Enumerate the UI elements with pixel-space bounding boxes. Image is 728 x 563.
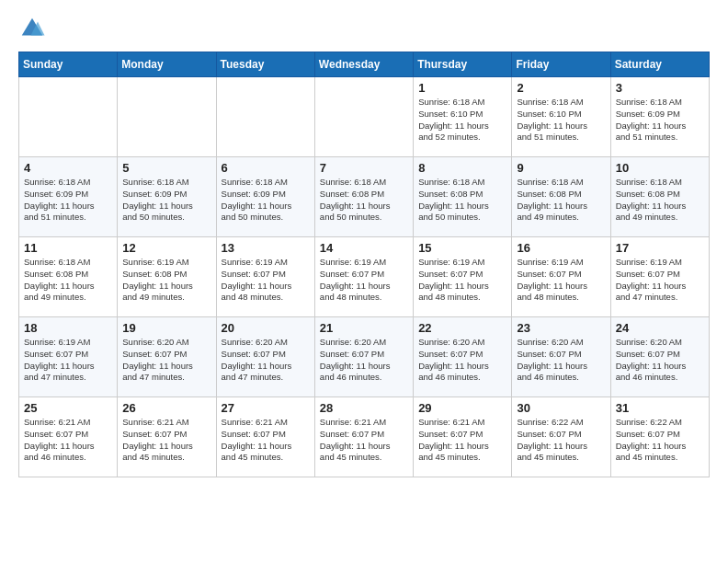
cell-content: 6Sunrise: 6:18 AM Sunset: 6:09 PM Daylig… [222,161,310,233]
day-number: 13 [222,241,310,255]
week-row-3: 11Sunrise: 6:18 AM Sunset: 6:08 PM Dayli… [19,237,710,317]
weekday-saturday: Saturday [610,52,709,77]
cell-content: 23Sunrise: 6:20 AM Sunset: 6:07 PM Dayli… [517,321,605,393]
day-number: 11 [24,241,112,255]
day-info: Sunrise: 6:20 AM Sunset: 6:07 PM Dayligh… [616,337,704,384]
cell-content: 3Sunrise: 6:18 AM Sunset: 6:09 PM Daylig… [616,81,704,153]
cell-content: 13Sunrise: 6:19 AM Sunset: 6:07 PM Dayli… [222,241,310,313]
calendar-cell: 6Sunrise: 6:18 AM Sunset: 6:09 PM Daylig… [216,157,314,237]
calendar-cell: 10Sunrise: 6:18 AM Sunset: 6:08 PM Dayli… [610,157,709,237]
calendar-cell: 11Sunrise: 6:18 AM Sunset: 6:08 PM Dayli… [19,237,118,317]
day-number: 14 [320,241,408,255]
day-number: 10 [616,161,704,175]
cell-content: 26Sunrise: 6:21 AM Sunset: 6:07 PM Dayli… [122,401,210,473]
calendar-cell: 22Sunrise: 6:20 AM Sunset: 6:07 PM Dayli… [414,317,512,397]
weekday-friday: Friday [512,52,610,77]
cell-content: 18Sunrise: 6:19 AM Sunset: 6:07 PM Dayli… [24,321,112,393]
calendar-cell: 30Sunrise: 6:22 AM Sunset: 6:07 PM Dayli… [512,397,610,477]
cell-content: 31Sunrise: 6:22 AM Sunset: 6:07 PM Dayli… [616,401,704,473]
logo-icon [18,15,46,42]
cell-content: 14Sunrise: 6:19 AM Sunset: 6:07 PM Dayli… [320,241,408,313]
day-info: Sunrise: 6:19 AM Sunset: 6:07 PM Dayligh… [320,257,408,304]
calendar-cell: 16Sunrise: 6:19 AM Sunset: 6:07 PM Dayli… [512,237,610,317]
weekday-wednesday: Wednesday [314,52,413,77]
week-row-2: 4Sunrise: 6:18 AM Sunset: 6:09 PM Daylig… [19,157,710,237]
weekday-sunday: Sunday [19,52,118,77]
calendar-cell: 29Sunrise: 6:21 AM Sunset: 6:07 PM Dayli… [414,397,512,477]
day-number: 2 [517,81,605,95]
weekday-monday: Monday [118,52,216,77]
calendar-cell: 8Sunrise: 6:18 AM Sunset: 6:08 PM Daylig… [414,157,512,237]
day-info: Sunrise: 6:20 AM Sunset: 6:07 PM Dayligh… [320,337,408,384]
day-number: 3 [616,81,704,95]
day-info: Sunrise: 6:18 AM Sunset: 6:08 PM Dayligh… [24,257,112,304]
cell-content: 15Sunrise: 6:19 AM Sunset: 6:07 PM Dayli… [418,241,506,313]
calendar-cell: 19Sunrise: 6:20 AM Sunset: 6:07 PM Dayli… [118,317,216,397]
weekday-thursday: Thursday [414,52,512,77]
header [18,15,710,42]
calendar-cell: 31Sunrise: 6:22 AM Sunset: 6:07 PM Dayli… [610,397,709,477]
logo [18,15,50,42]
day-number: 25 [24,401,112,415]
day-number: 21 [320,321,408,335]
week-row-1: 1Sunrise: 6:18 AM Sunset: 6:10 PM Daylig… [19,77,710,157]
day-info: Sunrise: 6:18 AM Sunset: 6:09 PM Dayligh… [222,177,310,224]
calendar-cell: 24Sunrise: 6:20 AM Sunset: 6:07 PM Dayli… [610,317,709,397]
weekday-header-row: SundayMondayTuesdayWednesdayThursdayFrid… [19,52,710,77]
day-number: 15 [418,241,506,255]
calendar-cell: 20Sunrise: 6:20 AM Sunset: 6:07 PM Dayli… [216,317,314,397]
calendar-cell: 26Sunrise: 6:21 AM Sunset: 6:07 PM Dayli… [118,397,216,477]
cell-content: 19Sunrise: 6:20 AM Sunset: 6:07 PM Dayli… [122,321,210,393]
day-number: 5 [122,161,210,175]
cell-content: 28Sunrise: 6:21 AM Sunset: 6:07 PM Dayli… [320,401,408,473]
cell-content: 22Sunrise: 6:20 AM Sunset: 6:07 PM Dayli… [418,321,506,393]
day-number: 17 [616,241,704,255]
day-number: 23 [517,321,605,335]
calendar-cell: 17Sunrise: 6:19 AM Sunset: 6:07 PM Dayli… [610,237,709,317]
cell-content: 30Sunrise: 6:22 AM Sunset: 6:07 PM Dayli… [517,401,605,473]
day-number: 22 [418,321,506,335]
cell-content: 1Sunrise: 6:18 AM Sunset: 6:10 PM Daylig… [418,81,506,153]
day-info: Sunrise: 6:18 AM Sunset: 6:08 PM Dayligh… [616,177,704,224]
calendar-cell [216,77,314,157]
calendar-cell [314,77,413,157]
day-info: Sunrise: 6:19 AM Sunset: 6:07 PM Dayligh… [616,257,704,304]
cell-content: 21Sunrise: 6:20 AM Sunset: 6:07 PM Dayli… [320,321,408,393]
day-info: Sunrise: 6:20 AM Sunset: 6:07 PM Dayligh… [517,337,605,384]
calendar-cell: 4Sunrise: 6:18 AM Sunset: 6:09 PM Daylig… [19,157,118,237]
day-number: 1 [418,81,506,95]
calendar-cell: 28Sunrise: 6:21 AM Sunset: 6:07 PM Dayli… [314,397,413,477]
day-info: Sunrise: 6:20 AM Sunset: 6:07 PM Dayligh… [222,337,310,384]
cell-content: 4Sunrise: 6:18 AM Sunset: 6:09 PM Daylig… [24,161,112,233]
day-info: Sunrise: 6:18 AM Sunset: 6:10 PM Dayligh… [418,97,506,144]
calendar-cell: 5Sunrise: 6:18 AM Sunset: 6:09 PM Daylig… [118,157,216,237]
cell-content: 29Sunrise: 6:21 AM Sunset: 6:07 PM Dayli… [418,401,506,473]
calendar-cell [19,77,118,157]
day-number: 31 [616,401,704,415]
day-info: Sunrise: 6:19 AM Sunset: 6:07 PM Dayligh… [517,257,605,304]
day-info: Sunrise: 6:21 AM Sunset: 6:07 PM Dayligh… [24,417,112,464]
day-info: Sunrise: 6:18 AM Sunset: 6:09 PM Dayligh… [122,177,210,224]
cell-content: 24Sunrise: 6:20 AM Sunset: 6:07 PM Dayli… [616,321,704,393]
day-info: Sunrise: 6:20 AM Sunset: 6:07 PM Dayligh… [418,337,506,384]
calendar-cell: 7Sunrise: 6:18 AM Sunset: 6:08 PM Daylig… [314,157,413,237]
day-info: Sunrise: 6:19 AM Sunset: 6:07 PM Dayligh… [222,257,310,304]
calendar-cell: 21Sunrise: 6:20 AM Sunset: 6:07 PM Dayli… [314,317,413,397]
day-info: Sunrise: 6:22 AM Sunset: 6:07 PM Dayligh… [616,417,704,464]
cell-content: 10Sunrise: 6:18 AM Sunset: 6:08 PM Dayli… [616,161,704,233]
day-number: 7 [320,161,408,175]
calendar-cell: 13Sunrise: 6:19 AM Sunset: 6:07 PM Dayli… [216,237,314,317]
day-info: Sunrise: 6:18 AM Sunset: 6:08 PM Dayligh… [517,177,605,224]
day-info: Sunrise: 6:22 AM Sunset: 6:07 PM Dayligh… [517,417,605,464]
cell-content: 9Sunrise: 6:18 AM Sunset: 6:08 PM Daylig… [517,161,605,233]
day-number: 19 [122,321,210,335]
day-info: Sunrise: 6:18 AM Sunset: 6:08 PM Dayligh… [320,177,408,224]
calendar-cell: 3Sunrise: 6:18 AM Sunset: 6:09 PM Daylig… [610,77,709,157]
day-number: 29 [418,401,506,415]
day-info: Sunrise: 6:18 AM Sunset: 6:08 PM Dayligh… [418,177,506,224]
calendar-table: SundayMondayTuesdayWednesdayThursdayFrid… [18,52,710,477]
day-info: Sunrise: 6:21 AM Sunset: 6:07 PM Dayligh… [418,417,506,464]
day-info: Sunrise: 6:18 AM Sunset: 6:09 PM Dayligh… [24,177,112,224]
day-number: 16 [517,241,605,255]
day-info: Sunrise: 6:19 AM Sunset: 6:07 PM Dayligh… [418,257,506,304]
